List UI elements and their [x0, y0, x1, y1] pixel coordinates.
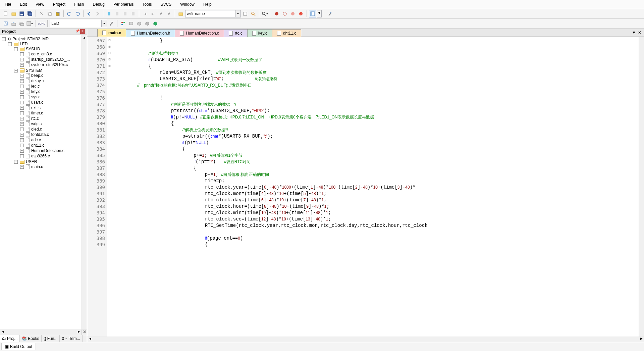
indent-button[interactable]: ⇥	[141, 10, 149, 17]
pack-home-button[interactable]	[152, 20, 159, 27]
breakpoint-enable-button[interactable]	[281, 10, 288, 17]
file-tab[interactable]: rtc.c	[224, 29, 248, 37]
tree-file[interactable]: +main.c	[19, 164, 86, 169]
tree-file[interactable]: +wdg.c	[19, 121, 86, 126]
search-dropdown-icon[interactable]: ▼	[235, 10, 241, 17]
tree-scrollbar[interactable]: ▲	[82, 35, 87, 330]
build-button[interactable]	[10, 20, 17, 27]
menu-edit[interactable]: Edit	[18, 1, 28, 7]
target-combo[interactable]: ▼	[50, 20, 107, 27]
close-panel-icon[interactable]: ×	[80, 29, 85, 34]
target-dropdown-icon[interactable]: ▼	[102, 20, 107, 27]
editor-vscroll[interactable]	[639, 37, 644, 337]
file-tab[interactable]: main.c	[97, 29, 126, 37]
nav-back-button[interactable]	[86, 10, 93, 17]
editor-hscroll[interactable]: ◀▶	[87, 337, 644, 342]
tree-group[interactable]: −USER	[13, 159, 86, 164]
manage-rte-button[interactable]	[144, 20, 151, 27]
manage-project-button[interactable]	[119, 20, 127, 27]
file-tab[interactable]: key.c	[247, 29, 272, 37]
build-output-tab[interactable]: ▣ Build Output	[1, 343, 36, 350]
select-packs-button[interactable]	[127, 20, 135, 27]
tree-file[interactable]: +fontdata.c	[19, 132, 86, 137]
incremental-find-button[interactable]	[250, 10, 257, 17]
window-layout-dropdown[interactable]: ▼	[317, 10, 322, 17]
download-button[interactable]: LOAD	[38, 20, 45, 27]
breakpoint-disable-button[interactable]	[289, 10, 297, 17]
nav-forward-button[interactable]	[94, 10, 101, 17]
new-file-button[interactable]	[2, 10, 9, 17]
tab-close-icon[interactable]: ✕	[638, 30, 641, 35]
sidebar-tab-functions[interactable]: {}Fun...	[42, 335, 60, 342]
tree-group[interactable]: −SYSLIB	[13, 47, 86, 51]
save-all-button[interactable]	[26, 10, 34, 17]
menu-file[interactable]: File	[3, 1, 12, 7]
menu-window[interactable]: Window	[179, 1, 196, 7]
menu-peripherals[interactable]: Peripherals	[112, 1, 135, 7]
tree-file[interactable]: +beep.c	[19, 73, 86, 78]
search-input[interactable]	[185, 10, 235, 17]
breakpoint-kill-button[interactable]	[297, 10, 305, 17]
breakpoint-insert-button[interactable]	[273, 10, 280, 17]
save-button[interactable]	[18, 10, 25, 17]
tab-list-icon[interactable]: ▼	[632, 30, 636, 35]
code-editor[interactable]: } /*轮询扫描数据*/ if(USART3_RX_STA) //WIFI 接收…	[112, 37, 639, 337]
paste-button[interactable]	[54, 10, 61, 17]
tree-file[interactable]: +exti.c	[19, 105, 86, 110]
configure-button[interactable]	[326, 10, 333, 17]
tree-file[interactable]: +adc.c	[19, 138, 86, 142]
target-input[interactable]	[50, 20, 102, 27]
pack-installer-button[interactable]	[136, 20, 143, 27]
unindent-button[interactable]: ⇤	[149, 10, 157, 17]
tree-file[interactable]: +HumanDetection.c	[19, 148, 86, 153]
cut-button[interactable]	[38, 10, 45, 17]
debug-start-button[interactable]: ▼	[261, 10, 269, 17]
project-tree[interactable]: ▲ −⚙Project: STM32_MD−LED−SYSLIB+core_cm…	[0, 35, 87, 330]
copy-button[interactable]	[46, 10, 53, 17]
tree-file[interactable]: +timer.c	[19, 111, 86, 115]
bookmark-prev-button[interactable]	[113, 10, 121, 17]
tree-file[interactable]: +led.c	[19, 84, 86, 89]
tree-file[interactable]: +sys.c	[19, 95, 86, 99]
comment-button[interactable]: //	[157, 10, 165, 17]
menu-view[interactable]: View	[34, 1, 46, 7]
tree-file[interactable]: +core_cm3.c	[19, 52, 86, 56]
rebuild-button[interactable]	[18, 20, 25, 27]
menu-svcs[interactable]: SVCS	[159, 1, 173, 7]
menu-help[interactable]: Help	[202, 1, 213, 7]
bookmark-clear-button[interactable]	[129, 10, 137, 17]
sidebar-tab-project[interactable]: 🗂Proj...	[0, 335, 20, 342]
fold-column[interactable]: ⊟ ⊟ ⊟ ⊟ ⊟	[107, 37, 112, 337]
find-in-files-button[interactable]	[177, 10, 184, 17]
file-tab[interactable]: HumanDetection.h	[126, 29, 175, 37]
tree-file[interactable]: +rtc.c	[19, 116, 86, 121]
pin-icon[interactable]: 📌	[75, 29, 79, 34]
open-file-button[interactable]	[10, 10, 17, 17]
tree-file[interactable]: +key.c	[19, 89, 86, 94]
tree-group[interactable]: −SYSTEM	[13, 68, 86, 73]
tree-file[interactable]: +esp8266.c	[19, 154, 86, 158]
tree-file[interactable]: +startup_stm32f10x_...	[19, 57, 86, 62]
menu-tools[interactable]: Tools	[141, 1, 153, 7]
tree-file[interactable]: +dht11.c	[19, 143, 86, 148]
tree-file[interactable]: +usart.c	[19, 100, 86, 105]
search-combo[interactable]: ▼	[185, 10, 241, 17]
file-tab[interactable]: HumanDetection.c	[175, 29, 224, 37]
menu-flash[interactable]: Flash	[73, 1, 85, 7]
menu-project[interactable]: Project	[52, 1, 67, 7]
sidebar-tab-templates[interactable]: 0→Tem...	[60, 335, 82, 342]
sidebar-tab-books[interactable]: 📚Books	[20, 335, 41, 342]
bookmark-toggle-button[interactable]	[105, 10, 113, 17]
tree-hscroll[interactable]: ◀▶⇲	[0, 330, 87, 335]
menu-debug[interactable]: Debug	[92, 1, 106, 7]
tree-file[interactable]: +delay.c	[19, 79, 86, 83]
target-options-button[interactable]	[108, 20, 115, 27]
tree-file[interactable]: +system_stm32f10x.c	[19, 62, 86, 67]
redo-button[interactable]	[74, 10, 81, 17]
tree-file[interactable]: +oled.c	[19, 127, 86, 132]
batch-build-button[interactable]: ▼	[26, 20, 34, 27]
window-layout-button[interactable]	[309, 10, 316, 17]
undo-button[interactable]	[66, 10, 73, 17]
file-tab[interactable]: dht11.c	[272, 29, 301, 37]
find-button[interactable]	[241, 10, 249, 17]
